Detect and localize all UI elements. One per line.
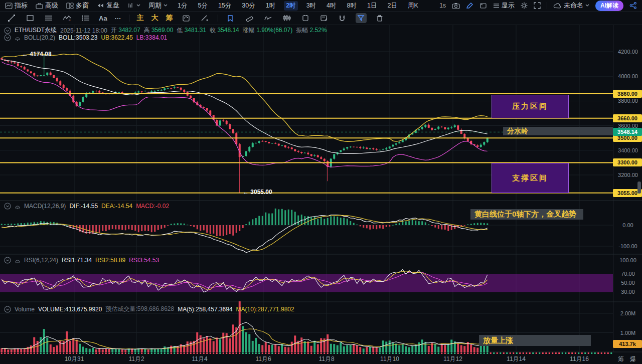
box-tool[interactable] — [300, 13, 311, 23]
pressure-zone-box[interactable]: 压力区间 — [492, 95, 569, 118]
macd-tick: -100.00 — [614, 243, 642, 249]
gear-icon[interactable] — [521, 2, 528, 9]
trash-tool[interactable] — [374, 13, 385, 23]
timeframe-1日[interactable]: 1日 — [365, 1, 379, 11]
timeframe-8时[interactable]: 8时 — [345, 1, 359, 11]
date-label: 11月4 — [192, 355, 207, 363]
multi-window-icon — [66, 3, 74, 9]
menu-replay[interactable]: 复盘 — [97, 1, 119, 10]
alert-icon[interactable] — [15, 203, 21, 210]
add-window-icon[interactable] — [479, 3, 487, 9]
ruler-tool[interactable] — [244, 13, 255, 23]
trading-app: 指标 高级 多窗 复盘 周期 1分5分15分30分1时2 — [0, 0, 642, 364]
wave-tool[interactable]: α — [62, 13, 73, 23]
price-tick: 3200.00 — [614, 172, 642, 178]
volume-tick: 2.00M — [614, 310, 642, 316]
horizontal-lines-tool[interactable] — [43, 13, 54, 23]
filter-tool-active[interactable] — [356, 13, 367, 23]
timeframe-3时[interactable]: 3时 — [304, 1, 318, 11]
timeframe-2日[interactable]: 2日 — [385, 1, 399, 11]
candle-pattern-tool[interactable] — [281, 13, 292, 23]
refresh-compare-tool[interactable] — [181, 13, 192, 23]
rsi-legend: RSI(6,12,24) RSI1:71.34 RSI2:58.89 RSI3:… — [4, 257, 159, 264]
collapse-icon[interactable] — [4, 203, 11, 210]
timeframe-30分[interactable]: 30分 — [240, 1, 257, 11]
more-tools[interactable]: ··· — [115, 15, 121, 22]
briefcase-icon — [36, 3, 43, 9]
volume-tick: 1.00M — [614, 330, 642, 336]
open-value: 3482.07 — [118, 27, 140, 34]
menu-indicators[interactable]: 指标 — [5, 1, 28, 10]
last-price-badge: 3548.14 — [613, 128, 642, 136]
timeframe-周K[interactable]: 周K — [406, 1, 420, 11]
volume-estimate: 预估成交量:598,686.8628 — [105, 305, 174, 313]
volume-name[interactable]: Volume — [15, 306, 35, 313]
rsi-tick: 50.00 — [614, 280, 642, 286]
chart-line-icon — [5, 3, 13, 9]
macd-note[interactable]: 黄白线位于0轴下方，金叉趋势 — [470, 209, 583, 220]
high-value: 3569.00 — [151, 27, 173, 34]
chips-corner-button[interactable]: 筹 — [618, 355, 624, 363]
level-badge: 3300.00 — [613, 158, 642, 166]
cloud-icon — [553, 3, 562, 9]
layout-name-dropdown[interactable]: 未命名 — [553, 1, 589, 10]
replay-icon — [97, 3, 104, 9]
timeframe-15分[interactable]: 15分 — [216, 1, 233, 11]
signature-tool[interactable] — [263, 13, 274, 23]
collapse-icon[interactable] — [4, 34, 11, 41]
panel-collapse-handle[interactable] — [637, 181, 641, 194]
fullscreen-icon[interactable] — [534, 2, 541, 9]
rsi-name[interactable]: RSI(6,12,24) — [24, 257, 58, 264]
date-label: 10月31 — [65, 355, 84, 363]
trendline-tool[interactable] — [6, 13, 17, 23]
timeframe-4时[interactable]: 4时 — [325, 1, 338, 11]
refresh-interval: 1s — [439, 2, 446, 9]
lines-dots-tool[interactable] — [80, 13, 91, 23]
ai-explain-button[interactable]: AI解读 — [595, 1, 623, 11]
camera-icon[interactable] — [452, 3, 460, 9]
volume-legend: Volume VOLUME:413,675.9920 预估成交量:598,686… — [4, 305, 294, 313]
text-tool[interactable]: Aa — [99, 15, 107, 22]
pen-dot-tool[interactable] — [199, 13, 210, 23]
volume-ma5: MA(5):258,457.3694 — [178, 306, 232, 313]
macd-dif: DIF:-14.55 — [69, 203, 98, 210]
burst-corner-button[interactable]: 爆 — [630, 355, 636, 363]
rectangle-tool[interactable] — [25, 13, 36, 23]
watershed-label[interactable]: 分水岭 — [503, 127, 613, 135]
big-chart-button[interactable]: 大 — [151, 14, 158, 23]
date-label: 11月2 — [128, 355, 144, 363]
period-dropdown[interactable]: 周期 — [148, 1, 168, 10]
timeframe-list: 1分5分15分30分1时2时3时4时8时1日2日周K — [176, 1, 420, 11]
price-tag-tool[interactable] — [226, 13, 237, 23]
share-icon[interactable] — [629, 2, 637, 9]
timeframe-5分[interactable]: 5分 — [196, 1, 209, 11]
main-chart-button[interactable]: 主 — [137, 14, 144, 23]
divider — [129, 15, 129, 22]
alert-icon[interactable] — [15, 257, 21, 264]
timeframe-1时[interactable]: 1时 — [264, 1, 277, 11]
collapse-icon[interactable] — [4, 306, 11, 313]
menu-multi-window[interactable]: 多窗 — [66, 1, 89, 10]
volume-profile-dropdown[interactable] — [127, 3, 140, 9]
edit-pen-icon[interactable] — [466, 2, 473, 9]
support-zone-box[interactable]: 支撑区间 — [492, 163, 569, 193]
alert-icon[interactable] — [15, 35, 21, 41]
display-menu[interactable]: 显示 — [493, 1, 515, 10]
note-tool[interactable] — [318, 13, 330, 23]
topbar-right: 1s 显示 未命名 AI解读 — [439, 1, 637, 11]
collapse-icon[interactable] — [4, 257, 11, 264]
boll-name[interactable]: BOLL(20,2) — [24, 34, 55, 41]
menu-advanced[interactable]: 高级 — [36, 1, 58, 10]
chips-button[interactable]: 筹 — [166, 14, 173, 23]
date-label: 11月10 — [380, 355, 399, 363]
rsi-tick: 30.00 — [614, 289, 642, 295]
timeframe-2时[interactable]: 2时 — [284, 1, 297, 11]
volume-note[interactable]: 放量上涨 — [479, 335, 591, 346]
macd-legend: MACD(12,26,9) DIF:-14.55 DEA:-14.54 MACD… — [4, 203, 169, 210]
volume-badge: 413.7k — [613, 340, 642, 348]
timeframe-1分[interactable]: 1分 — [176, 1, 189, 11]
symbol-name[interactable]: ETH/USDT永续 — [15, 26, 57, 35]
macd-name[interactable]: MACD(12,26,9) — [24, 203, 66, 210]
magnet-tool[interactable] — [337, 13, 348, 23]
collapse-icon[interactable] — [4, 27, 11, 34]
